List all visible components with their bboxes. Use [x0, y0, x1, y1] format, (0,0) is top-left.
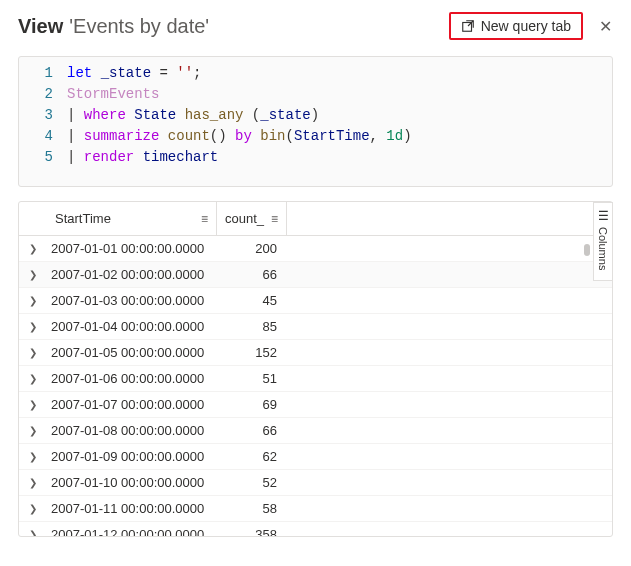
expand-row-icon[interactable]: ❯ — [19, 529, 47, 536]
cell-starttime: 2007-01-10 00:00:00.0000 — [47, 475, 217, 490]
cell-count: 52 — [217, 475, 287, 490]
column-header-count[interactable]: count_ ≡ — [217, 202, 287, 235]
expand-row-icon[interactable]: ❯ — [19, 477, 47, 488]
cell-count: 58 — [217, 501, 287, 516]
code-line: 3| where State has_any (_state) — [29, 105, 602, 126]
table-row[interactable]: ❯2007-01-06 00:00:00.000051 — [19, 366, 612, 392]
panel-header: View 'Events by date' New query tab ✕ — [0, 0, 631, 50]
expand-row-icon[interactable]: ❯ — [19, 347, 47, 358]
expand-row-icon[interactable]: ❯ — [19, 503, 47, 514]
expand-row-icon[interactable]: ❯ — [19, 399, 47, 410]
close-button[interactable]: ✕ — [597, 17, 613, 36]
table-row[interactable]: ❯2007-01-11 00:00:00.000058 — [19, 496, 612, 522]
line-number: 3 — [29, 105, 53, 126]
expand-row-icon[interactable]: ❯ — [19, 321, 47, 332]
cell-starttime: 2007-01-03 00:00:00.0000 — [47, 293, 217, 308]
cell-count: 152 — [217, 345, 287, 360]
cell-starttime: 2007-01-06 00:00:00.0000 — [47, 371, 217, 386]
line-number: 2 — [29, 84, 53, 105]
expand-row-icon[interactable]: ❯ — [19, 295, 47, 306]
line-number: 4 — [29, 126, 53, 147]
code-line: 2StormEvents — [29, 84, 602, 105]
table-header-row: StartTime ≡ count_ ≡ — [19, 202, 612, 236]
expand-row-icon[interactable]: ❯ — [19, 243, 47, 254]
columns-icon: ☰ — [596, 209, 610, 223]
columns-label: Columns — [597, 227, 609, 270]
open-external-icon — [461, 19, 475, 33]
cell-starttime: 2007-01-08 00:00:00.0000 — [47, 423, 217, 438]
cell-count: 45 — [217, 293, 287, 308]
cell-starttime: 2007-01-09 00:00:00.0000 — [47, 449, 217, 464]
cell-starttime: 2007-01-01 00:00:00.0000 — [47, 241, 217, 256]
table-row[interactable]: ❯2007-01-05 00:00:00.0000152 — [19, 340, 612, 366]
cell-starttime: 2007-01-12 00:00:00.0000 — [47, 527, 217, 536]
line-number: 1 — [29, 63, 53, 84]
code-line: 4| summarize count() by bin(StartTime, 1… — [29, 126, 602, 147]
cell-starttime: 2007-01-04 00:00:00.0000 — [47, 319, 217, 334]
expand-row-icon[interactable]: ❯ — [19, 373, 47, 384]
code-line: 1let _state = ''; — [29, 63, 602, 84]
cell-count: 51 — [217, 371, 287, 386]
expand-row-icon[interactable]: ❯ — [19, 451, 47, 462]
cell-count: 66 — [217, 423, 287, 438]
query-editor[interactable]: 1let _state = '';2StormEvents3| where St… — [18, 56, 613, 187]
scrollbar-thumb[interactable] — [584, 244, 590, 256]
new-query-tab-button[interactable]: New query tab — [449, 12, 583, 40]
table-row[interactable]: ❯2007-01-09 00:00:00.000062 — [19, 444, 612, 470]
cell-starttime: 2007-01-02 00:00:00.0000 — [47, 267, 217, 282]
expand-row-icon[interactable]: ❯ — [19, 269, 47, 280]
cell-starttime: 2007-01-07 00:00:00.0000 — [47, 397, 217, 412]
column-menu-icon[interactable]: ≡ — [265, 212, 278, 226]
cell-count: 358 — [217, 527, 287, 536]
header-title-name: 'Events by date' — [69, 15, 209, 38]
table-row[interactable]: ❯2007-01-02 00:00:00.000066 — [19, 262, 612, 288]
cell-count: 200 — [217, 241, 287, 256]
cell-count: 85 — [217, 319, 287, 334]
table-row[interactable]: ❯2007-01-08 00:00:00.000066 — [19, 418, 612, 444]
header-title-prefix: View — [18, 15, 63, 38]
column-menu-icon[interactable]: ≡ — [195, 212, 208, 226]
columns-panel-toggle[interactable]: ☰ Columns — [593, 202, 613, 281]
cell-starttime: 2007-01-05 00:00:00.0000 — [47, 345, 217, 360]
table-row[interactable]: ❯2007-01-01 00:00:00.0000200 — [19, 236, 612, 262]
expand-row-icon[interactable]: ❯ — [19, 425, 47, 436]
new-query-tab-label: New query tab — [481, 18, 571, 34]
results-grid: ☰ Columns StartTime ≡ count_ ≡ ❯2007-01-… — [18, 201, 613, 537]
table-row[interactable]: ❯2007-01-03 00:00:00.000045 — [19, 288, 612, 314]
cell-count: 69 — [217, 397, 287, 412]
table-row[interactable]: ❯2007-01-10 00:00:00.000052 — [19, 470, 612, 496]
table-body[interactable]: ❯2007-01-01 00:00:00.0000200❯2007-01-02 … — [19, 236, 612, 536]
code-line: 5| render timechart — [29, 147, 602, 168]
cell-starttime: 2007-01-11 00:00:00.0000 — [47, 501, 217, 516]
table-row[interactable]: ❯2007-01-12 00:00:00.0000358 — [19, 522, 612, 536]
table-row[interactable]: ❯2007-01-04 00:00:00.000085 — [19, 314, 612, 340]
line-number: 5 — [29, 147, 53, 168]
column-header-starttime[interactable]: StartTime ≡ — [47, 202, 217, 235]
cell-count: 66 — [217, 267, 287, 282]
cell-count: 62 — [217, 449, 287, 464]
table-row[interactable]: ❯2007-01-07 00:00:00.000069 — [19, 392, 612, 418]
